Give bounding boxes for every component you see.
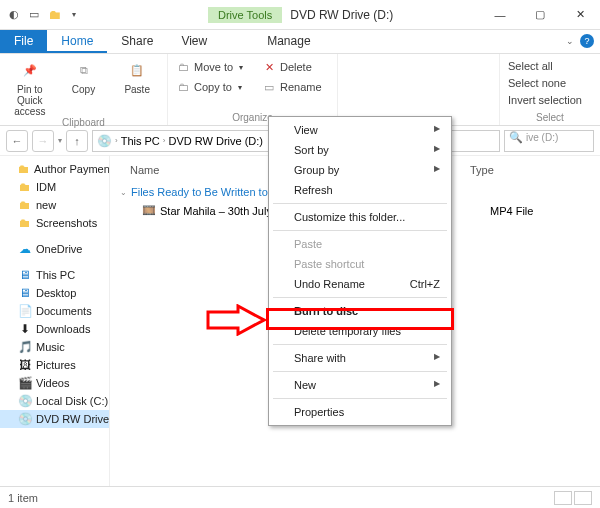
doc-icon: 📄 [18, 304, 32, 318]
ribbon-collapse-icon[interactable]: ⌄ [566, 36, 574, 46]
quick-access-toolbar: ◐ ▭ 🖿 ▾ [0, 7, 88, 23]
nav-item[interactable]: 🖿new [0, 196, 109, 214]
tab-manage[interactable]: Manage [253, 30, 324, 53]
nav-item-label: Author Payment [34, 163, 110, 175]
menu-item[interactable]: Customize this folder... [272, 207, 448, 227]
nav-item[interactable]: ☁OneDrive [0, 240, 109, 258]
nav-item[interactable]: 💿DVD RW Drive (D:) [0, 410, 109, 428]
tab-home[interactable]: Home [47, 30, 107, 53]
delete-button[interactable]: ✕Delete [262, 58, 322, 76]
chevron-right-icon: ▶ [434, 352, 440, 361]
nav-item-label: Pictures [36, 359, 76, 371]
group-label: Select [508, 112, 592, 123]
search-input[interactable]: 🔍 ive (D:) [504, 130, 594, 152]
status-text: 1 item [8, 492, 38, 504]
file-list-pane[interactable]: Name Type ⌄ Files Ready to Be Written to… [110, 156, 600, 486]
folder-icon: 🖿 [18, 198, 32, 212]
close-button[interactable]: ✕ [560, 0, 600, 30]
ribbon-group-organize: 🗀Move to▾ 🗀Copy to▾ ✕Delete ▭Rename Orga… [168, 54, 338, 125]
menu-item[interactable]: Refresh [272, 180, 448, 200]
qat-properties-icon[interactable]: ▭ [26, 7, 42, 23]
chevron-right-icon: ▶ [434, 124, 440, 133]
menu-item[interactable]: New▶ [272, 375, 448, 395]
forward-button[interactable]: → [32, 130, 54, 152]
nav-item[interactable]: 🖿Screenshots [0, 214, 109, 232]
move-icon: 🗀 [176, 60, 190, 74]
nav-item-label: Videos [36, 377, 69, 389]
nav-item[interactable]: 💿Local Disk (C:) [0, 392, 109, 410]
nav-item-label: Desktop [36, 287, 76, 299]
down-icon: ⬇ [18, 322, 32, 336]
ribbon-group-hidden [338, 54, 500, 125]
help-icon[interactable]: ? [580, 34, 594, 48]
menu-item[interactable]: Sort by▶ [272, 140, 448, 160]
navigation-pane[interactable]: 🖿Author Payment🖿IDM🖿new🖿Screenshots☁OneD… [0, 156, 110, 486]
nav-item[interactable]: 🖿IDM [0, 178, 109, 196]
rename-button[interactable]: ▭Rename [262, 78, 322, 96]
chevron-right-icon: ▶ [434, 164, 440, 173]
music-icon: 🎵 [18, 340, 32, 354]
select-none-button[interactable]: Select none [508, 75, 592, 91]
chevron-down-icon: ⌄ [120, 188, 127, 197]
back-button[interactable]: ← [6, 130, 28, 152]
title-bar: ◐ ▭ 🖿 ▾ Drive Tools DVD RW Drive (D:) — … [0, 0, 600, 30]
menu-item: Paste shortcut [272, 254, 448, 274]
up-button[interactable]: ↑ [66, 130, 88, 152]
nav-item[interactable]: ⬇Downloads [0, 320, 109, 338]
search-icon: 🔍 [509, 131, 523, 143]
nav-item-label: Downloads [36, 323, 90, 335]
explorer-body: 🖿Author Payment🖿IDM🖿new🖿Screenshots☁OneD… [0, 156, 600, 486]
nav-item-label: Music [36, 341, 65, 353]
drive-icon: 💿 [97, 134, 112, 148]
nav-item[interactable]: 🖿Author Payment [0, 160, 109, 178]
copy-button[interactable]: ⧉ Copy [62, 58, 106, 95]
menu-item[interactable]: Share with▶ [272, 348, 448, 368]
history-dropdown-icon[interactable]: ▾ [58, 136, 62, 145]
delete-icon: ✕ [262, 60, 276, 74]
menu-item[interactable]: View▶ [272, 120, 448, 140]
onedrive-icon: ☁ [18, 242, 32, 256]
folder-icon: 🖿 [18, 180, 32, 194]
nav-item[interactable]: 📄Documents [0, 302, 109, 320]
rename-icon: ▭ [262, 80, 276, 94]
nav-item[interactable]: 🖥This PC [0, 266, 109, 284]
pc-icon: 🖥 [18, 286, 32, 300]
ribbon-tabs: File Home Share View Manage ⌄ ? [0, 30, 600, 54]
menu-item[interactable]: Group by▶ [272, 160, 448, 180]
crumb-this-pc[interactable]: This PC [121, 135, 160, 147]
app-icon: ◐ [6, 7, 22, 23]
menu-item[interactable]: Properties [272, 402, 448, 422]
nav-item[interactable]: 🖥Desktop [0, 284, 109, 302]
nav-item[interactable]: 🎬Videos [0, 374, 109, 392]
column-type[interactable]: Type [470, 164, 590, 176]
pin-icon: 📌 [18, 58, 42, 82]
select-all-button[interactable]: Select all [508, 58, 592, 74]
menu-item[interactable]: Delete temporary files [272, 321, 448, 341]
maximize-button[interactable]: ▢ [520, 0, 560, 30]
nav-item-label: Local Disk (C:) [36, 395, 108, 407]
nav-item[interactable]: 🎵Music [0, 338, 109, 356]
nav-item[interactable]: 🖼Pictures [0, 356, 109, 374]
invert-selection-button[interactable]: Invert selection [508, 92, 592, 108]
qat-dropdown-icon[interactable]: ▾ [66, 7, 82, 23]
menu-item[interactable]: Burn to disc [272, 301, 448, 321]
nav-item-label: new [36, 199, 56, 211]
crumb-drive[interactable]: DVD RW Drive (D:) [168, 135, 263, 147]
video-icon: 🎬 [18, 376, 32, 390]
ribbon-group-select: Select all Select none Invert selection … [500, 54, 600, 125]
pin-quick-access-button[interactable]: 📌 Pin to Quick access [8, 58, 52, 117]
menu-item: Paste [272, 234, 448, 254]
tab-file[interactable]: File [0, 30, 47, 53]
contextual-tab-label: Drive Tools [208, 7, 282, 23]
view-switcher[interactable] [554, 491, 592, 505]
paste-icon: 📋 [125, 58, 149, 82]
qat-folder-icon[interactable]: 🖿 [46, 7, 62, 23]
tab-share[interactable]: Share [107, 30, 167, 53]
icons-view-button[interactable] [574, 491, 592, 505]
nav-item-label: IDM [36, 181, 56, 193]
paste-button[interactable]: 📋 Paste [115, 58, 159, 95]
tab-view[interactable]: View [167, 30, 221, 53]
menu-item[interactable]: Undo RenameCtrl+Z [272, 274, 448, 294]
minimize-button[interactable]: — [480, 0, 520, 30]
details-view-button[interactable] [554, 491, 572, 505]
